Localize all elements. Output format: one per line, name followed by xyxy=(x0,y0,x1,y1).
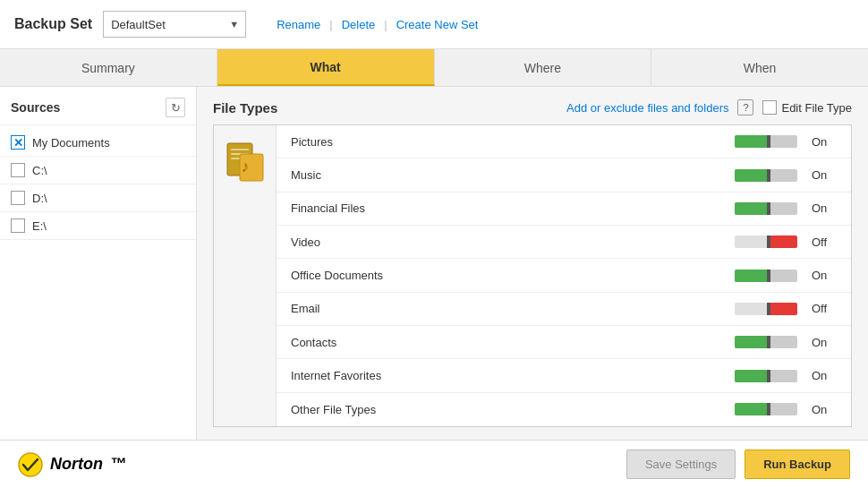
file-types-actions: Add or exclude files and folders ? Edit … xyxy=(566,99,852,116)
file-type-name-financial-files: Financial Files xyxy=(291,201,720,215)
backup-set-title: Backup Set xyxy=(14,16,92,32)
file-type-row-contacts[interactable]: Contacts On xyxy=(277,326,851,359)
help-icon[interactable]: ? xyxy=(737,99,753,116)
backup-set-dropdown-wrapper[interactable]: DefaultSet ▼ xyxy=(103,11,246,38)
file-type-status-pictures: On xyxy=(812,135,837,149)
run-backup-button[interactable]: Run Backup xyxy=(745,449,850,479)
top-bar: Backup Set DefaultSet ▼ Rename | Delete … xyxy=(0,0,868,49)
edit-file-type-label: Edit File Type xyxy=(781,101,852,115)
sidebar-header: Sources ↻ xyxy=(0,98,196,125)
file-type-status-video: Off xyxy=(812,235,837,249)
file-type-row-video[interactable]: Video Off xyxy=(277,226,851,259)
edit-file-type-wrapper: Edit File Type xyxy=(762,100,852,115)
tabs-bar: Summary What Where When xyxy=(0,49,868,87)
norton-icon xyxy=(18,452,43,477)
file-type-name-internet-favorites: Internet Favorites xyxy=(291,369,720,382)
rename-link[interactable]: Rename xyxy=(268,18,329,31)
file-type-name-contacts: Contacts xyxy=(291,336,720,349)
source-checkbox-d-drive[interactable] xyxy=(11,191,25,205)
source-checkbox-c-drive[interactable] xyxy=(11,163,25,177)
edit-file-type-checkbox[interactable] xyxy=(762,100,777,115)
file-type-status-music: On xyxy=(812,168,837,182)
sidebar: Sources ↻ ✕ My Documents C:\ D:\ E:\ xyxy=(0,87,197,440)
toggle-financial-files[interactable] xyxy=(735,201,797,216)
file-types-title: File Types xyxy=(213,100,277,116)
main-content: Sources ↻ ✕ My Documents C:\ D:\ E:\ Fil… xyxy=(0,87,868,440)
file-type-row-music[interactable]: Music On xyxy=(277,158,851,192)
save-settings-button[interactable]: Save Settings xyxy=(626,449,736,479)
file-type-row-office-documents[interactable]: Office Documents On xyxy=(277,259,851,292)
source-item-my-documents[interactable]: ✕ My Documents xyxy=(0,129,196,157)
bottom-buttons: Save Settings Run Backup xyxy=(626,449,850,479)
file-type-name-other-file-types: Other File Types xyxy=(291,403,720,416)
sidebar-title: Sources xyxy=(11,100,60,115)
file-type-icon-area: ♪ xyxy=(214,125,277,426)
source-item-c-drive[interactable]: C:\ xyxy=(0,157,196,184)
file-type-name-music: Music xyxy=(291,168,720,182)
toggle-internet-favorites[interactable] xyxy=(735,369,797,383)
add-exclude-link[interactable]: Add or exclude files and folders xyxy=(566,101,728,115)
toggle-contacts[interactable] xyxy=(735,335,797,349)
toggle-video[interactable] xyxy=(735,235,797,249)
delete-link[interactable]: Delete xyxy=(333,18,385,31)
svg-rect-1 xyxy=(231,149,249,150)
file-type-row-email[interactable]: Email Off xyxy=(277,293,851,326)
toggle-office-documents[interactable] xyxy=(735,269,797,283)
file-type-row-financial-files[interactable]: Financial Files On xyxy=(277,193,851,226)
tab-when[interactable]: When xyxy=(651,49,868,86)
file-types-list: Pictures On Music xyxy=(277,125,851,426)
file-type-name-office-documents: Office Documents xyxy=(291,269,720,282)
file-types-icon: ♪ xyxy=(222,140,268,186)
tab-where[interactable]: Where xyxy=(435,49,652,86)
file-type-status-internet-favorites: On xyxy=(812,369,837,382)
source-item-e-drive[interactable]: E:\ xyxy=(0,212,196,240)
file-type-status-other-file-types: On xyxy=(812,403,837,416)
file-type-status-office-documents: On xyxy=(812,269,837,282)
file-type-name-pictures: Pictures xyxy=(291,135,720,149)
tab-what[interactable]: What xyxy=(217,49,435,86)
file-type-status-financial-files: On xyxy=(812,201,837,215)
norton-logo: Norton™ xyxy=(18,452,126,477)
file-types-header: File Types Add or exclude files and fold… xyxy=(213,99,852,116)
file-type-row-internet-favorites[interactable]: Internet Favorites On xyxy=(277,359,851,392)
top-bar-actions: Rename | Delete | Create New Set xyxy=(268,18,487,31)
right-panel: File Types Add or exclude files and fold… xyxy=(197,87,868,440)
source-item-d-drive[interactable]: D:\ xyxy=(0,184,196,212)
file-type-name-video: Video xyxy=(291,235,720,249)
file-types-container: ♪ Pictures On Music xyxy=(213,124,852,427)
create-new-set-link[interactable]: Create New Set xyxy=(387,18,488,31)
source-checkbox-e-drive[interactable] xyxy=(11,218,25,233)
toggle-music[interactable] xyxy=(735,168,797,183)
bottom-bar: Norton™ Save Settings Run Backup xyxy=(0,440,868,488)
backup-set-dropdown[interactable]: DefaultSet xyxy=(103,11,246,38)
file-type-row-pictures[interactable]: Pictures On xyxy=(277,125,851,158)
norton-brand-name: Norton xyxy=(50,455,103,474)
file-type-status-email: Off xyxy=(812,302,837,315)
file-type-status-contacts: On xyxy=(812,336,837,349)
refresh-icon[interactable]: ↻ xyxy=(166,98,185,117)
svg-text:♪: ♪ xyxy=(241,158,249,176)
toggle-pictures[interactable] xyxy=(735,134,797,149)
tab-summary[interactable]: Summary xyxy=(0,49,217,86)
file-type-name-email: Email xyxy=(291,302,720,315)
toggle-other-file-types[interactable] xyxy=(735,402,797,416)
toggle-email[interactable] xyxy=(735,302,797,316)
file-type-row-other-file-types[interactable]: Other File Types On xyxy=(277,393,851,426)
source-checkbox-my-documents[interactable]: ✕ xyxy=(11,135,25,150)
